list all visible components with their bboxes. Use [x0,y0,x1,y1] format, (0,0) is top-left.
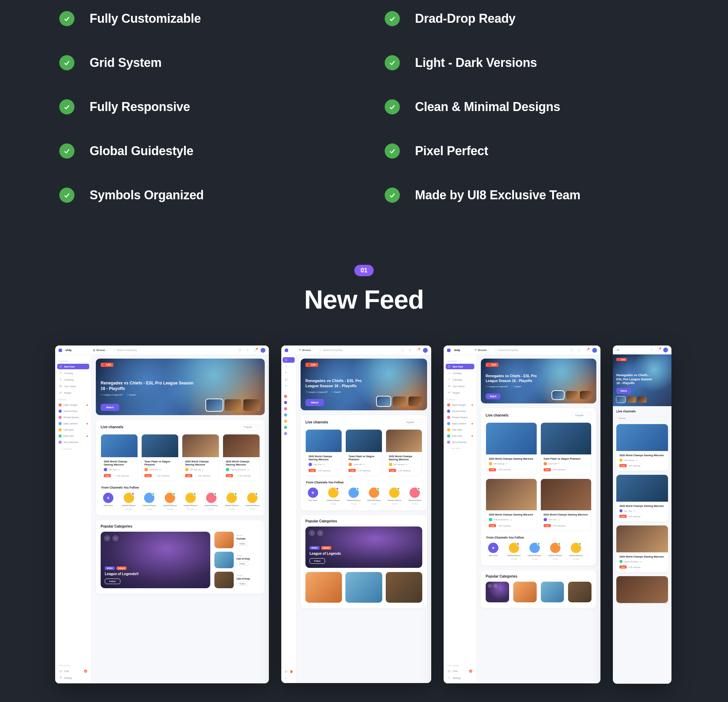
follower-row[interactable] [283,418,295,424]
live-card[interactable]: 2020 World Champs Gaming WarzoneTam Tran… [616,475,668,521]
follower-row[interactable] [283,425,295,430]
follow-avatar[interactable]: Gabriel Erikson1m ago [387,488,402,505]
live-card[interactable]: 2020 World Champs Gaming Warzone UR Gami… [182,434,219,481]
sidebar-item-settings[interactable]: Settings [57,675,89,680]
prev-button[interactable] [488,584,492,588]
browse-dropdown[interactable]: Browse [93,349,108,352]
live-card[interactable]: 2020 World Champs Gaming Warzone Gabriel… [223,434,260,481]
follow-avatar[interactable]: Gabriel Erikson1m ago [224,493,240,510]
follower-row[interactable]: Richard Bowers [57,415,89,420]
watch-button[interactable]: Watch [486,394,501,399]
next-button[interactable]: › [113,535,118,541]
category-thumb[interactable] [345,572,382,603]
sidebar-item-chat[interactable]: Chat20 [446,668,474,674]
sidebar-item-playlist[interactable]: Playlist [446,390,474,395]
search-input[interactable]: Search Everything [495,349,518,351]
hero-banner[interactable]: 🔴 Live Renegades vs Chiefs - ESL Pro Lea… [613,355,672,406]
sort-select[interactable]: Popular [616,416,668,421]
prev-button[interactable]: ‹ [104,535,110,541]
hero-thumb[interactable] [206,399,223,411]
hero-thumb[interactable] [377,397,390,406]
follow-avatar[interactable]: Gabriel Erikson1m ago [121,493,137,510]
category-thumb[interactable] [305,572,342,603]
live-card[interactable] [616,576,668,603]
live-card[interactable]: 2020 World Champs Gaming WarzoneUR Gamin… [386,429,422,476]
follow-button[interactable]: Follow [105,579,120,584]
live-card[interactable]: 2020 World Champs Gaming WarzoneTam Tran… [305,429,342,476]
follower-row[interactable]: Vincent Parks [57,408,89,414]
sidebar-item-your-videos[interactable] [283,377,295,382]
follower-row[interactable]: Vincent Parks [446,408,474,414]
logo-text[interactable]: Unity. [454,349,461,351]
follow-avatar[interactable]: Gabriel Erikson1m ago [568,543,584,560]
sidebar-load-more[interactable]: ↓Load more [446,446,474,451]
sidebar-item-new-feed[interactable]: New Feed [446,364,474,369]
sidebar-item-your-videos[interactable]: Your Videos [57,384,89,389]
diamond-icon[interactable] [577,348,581,352]
follow-avatar[interactable]: Gabriel Erikson1m ago [548,543,563,560]
follow-avatar[interactable]: Gabriel Erikson1m ago [346,488,361,505]
category-thumb[interactable] [486,582,509,602]
hero-banner[interactable]: 🔴 Live Renegades vs Chiefs - ESL Pro Lea… [96,359,265,415]
follower-row[interactable] [283,431,295,436]
follow-button[interactable]: Follow [237,542,248,546]
user-avatar[interactable] [261,348,266,353]
follower-row[interactable] [283,413,295,418]
category-thumb[interactable] [386,572,422,603]
diamond-icon[interactable] [649,348,654,352]
sidebar-item-following[interactable]: Following [446,377,474,382]
sidebar-item-trending[interactable]: Trending [57,370,89,376]
follow-avatar[interactable]: Gabriel Erikson1m ago [527,543,542,560]
user-avatar[interactable] [592,348,597,353]
add-yours[interactable]: +Add Yours [486,543,501,560]
diamond-icon[interactable] [246,348,250,352]
follower-row[interactable]: Lillie Nash [57,427,89,432]
follower-row[interactable]: Dylan Hodges [57,402,89,408]
follower-row[interactable] [283,406,295,411]
follow-button[interactable]: Follow [237,562,248,566]
sidebar-item-following[interactable] [283,370,295,376]
sort-select[interactable]: Popular [241,424,260,430]
live-card[interactable]: 2020 World Champs Gaming WarzoneUR Gamin… [616,424,668,470]
live-card[interactable]: Team Flash vs Saigon Phantom Gash UR✔ Li… [141,434,179,481]
follower-row[interactable]: Edith Cain [446,433,474,439]
sidebar-item-new-feed[interactable] [283,357,295,363]
sidebar-item-settings[interactable] [283,676,295,681]
hero-thumb[interactable] [393,397,406,406]
cart-icon[interactable] [585,348,589,352]
follower-row[interactable]: Richard Bowers [446,415,474,420]
category-thumb[interactable] [568,582,591,602]
logo-text[interactable]: Unity. [65,349,72,351]
sort-select[interactable]: Popular [572,413,591,418]
sidebar-item-trending[interactable] [283,364,295,369]
hero-thumb[interactable] [566,391,578,399]
follow-avatar[interactable]: Gabriel Erikson1m ago [162,493,178,510]
live-card[interactable]: 2020 World Champs Gaming Warzone Tam Tra… [101,434,138,481]
category-small-card[interactable]: ShooterCall of DutyFollow [214,551,260,568]
follow-avatar[interactable]: Gabriel Erikson1m ago [506,543,521,560]
add-yours[interactable]: +Add Yours [101,493,116,510]
hero-thumb[interactable] [580,391,591,399]
hero-thumb[interactable] [627,397,636,403]
live-card[interactable]: 2020 World Champs Gaming WarzoneGabriel … [616,525,668,572]
sidebar-item-trending[interactable]: Trending [446,370,474,376]
follow-avatar[interactable]: Gabriel Erikson1m ago [142,493,157,510]
follow-avatar[interactable]: Gabriel Erikson1m ago [204,493,219,510]
sidebar-item-chat[interactable]: Chat20 [57,668,89,674]
follow-button[interactable]: Follow [309,558,325,564]
category-big-card[interactable]: ‹› MOBAeSport League of Legends® Follow [101,532,210,588]
follow-avatar[interactable]: Gabriel Erikson1m ago [245,493,260,510]
logo-icon[interactable] [59,349,62,352]
cart-icon[interactable] [253,348,257,352]
user-avatar[interactable] [423,348,428,353]
sidebar-item-your-videos[interactable]: Your Videos [446,384,474,389]
watch-button[interactable]: Watch [305,399,324,406]
follower-row[interactable]: Dylan Hodges [446,402,474,408]
hero-thumb[interactable] [616,397,625,403]
follow-avatar[interactable]: Gabriel Erikson1m ago [367,488,381,505]
sidebar-load-more[interactable]: ↓Load more [57,446,89,452]
diamond-icon[interactable] [408,348,412,352]
live-card[interactable]: Team Flash vs Saigon PhantomGash UR✔Live… [345,429,382,476]
next-button[interactable] [493,584,497,588]
live-card[interactable]: 2020 World Champs Gaming WarzoneTam Tran… [540,479,592,531]
